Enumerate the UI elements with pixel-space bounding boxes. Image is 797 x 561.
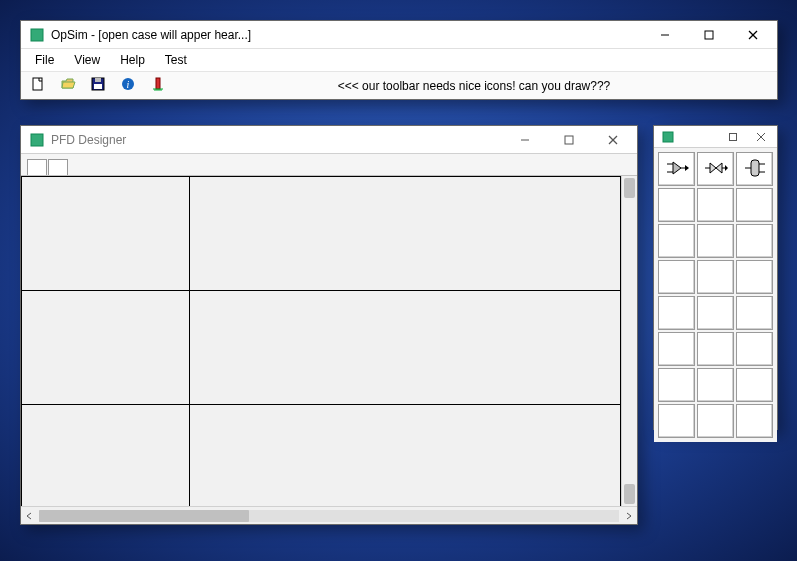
svg-marker-26 (685, 165, 689, 171)
pfd-body (21, 176, 637, 506)
palette-window (653, 125, 778, 430)
close-button[interactable] (731, 21, 775, 49)
svg-rect-14 (31, 134, 43, 146)
floppy-disk-icon (90, 76, 106, 95)
toolbar-message: <<< our toolbar needs nice icons! can yo… (177, 79, 771, 93)
grid-line (21, 176, 22, 506)
svg-rect-16 (565, 136, 573, 144)
menu-help[interactable]: Help (110, 51, 155, 69)
palette-empty[interactable] (736, 404, 773, 438)
palette-empty[interactable] (658, 332, 695, 366)
palette-empty[interactable] (697, 188, 734, 222)
palette-empty[interactable] (658, 404, 695, 438)
column-icon (743, 156, 767, 183)
vertical-scrollbar[interactable] (621, 176, 637, 506)
scroll-track[interactable] (39, 510, 619, 522)
palette-empty[interactable] (736, 296, 773, 330)
palette-empty[interactable] (658, 224, 695, 258)
main-window: OpSim - [open case will apper hear...] F… (20, 20, 778, 100)
maximize-button[interactable] (687, 21, 731, 49)
palette-empty[interactable] (658, 296, 695, 330)
horizontal-scrollbar[interactable] (21, 506, 637, 524)
mixer-icon (665, 156, 689, 183)
pfd-tab-1[interactable] (27, 159, 47, 175)
svg-rect-0 (31, 29, 43, 41)
svg-rect-20 (730, 133, 737, 140)
new-file-icon (30, 76, 46, 95)
open-file-button[interactable] (57, 75, 79, 97)
pfd-title: PFD Designer (51, 133, 503, 147)
valve-icon (704, 156, 728, 183)
main-titlebar[interactable]: OpSim - [open case will apper hear...] (21, 21, 777, 49)
svg-rect-8 (94, 84, 102, 89)
scroll-up-icon (624, 178, 635, 198)
grid-line (189, 176, 190, 506)
info-button[interactable]: i (117, 75, 139, 97)
palette-empty[interactable] (658, 260, 695, 294)
main-title: OpSim - [open case will apper hear...] (51, 28, 643, 42)
palette-empty[interactable] (736, 368, 773, 402)
menubar: File View Help Test (21, 49, 777, 71)
palette-valve[interactable] (697, 152, 734, 186)
app-icon (29, 27, 45, 43)
menu-view[interactable]: View (64, 51, 110, 69)
pfd-maximize-button[interactable] (547, 126, 591, 154)
palette-column[interactable] (736, 152, 773, 186)
info-icon: i (120, 76, 136, 95)
pfd-app-icon (29, 132, 45, 148)
palette-empty[interactable] (697, 368, 734, 402)
palette-window-controls (719, 127, 775, 147)
svg-rect-19 (663, 132, 673, 142)
scroll-down-icon (624, 484, 635, 504)
menu-test[interactable]: Test (155, 51, 197, 69)
pfd-minimize-button[interactable] (503, 126, 547, 154)
scroll-left-icon (21, 508, 37, 524)
svg-rect-2 (705, 31, 713, 39)
palette-empty[interactable] (736, 260, 773, 294)
palette-app-icon (660, 129, 676, 145)
distillation-column-icon (150, 76, 166, 95)
grid-line (21, 176, 621, 177)
minimize-button[interactable] (643, 21, 687, 49)
palette-empty[interactable] (697, 404, 734, 438)
pfd-window-controls (503, 126, 635, 154)
column-button[interactable] (147, 75, 169, 97)
palette-empty[interactable] (697, 296, 734, 330)
palette-titlebar[interactable] (654, 126, 777, 148)
palette-empty[interactable] (736, 224, 773, 258)
palette-close-button[interactable] (747, 127, 775, 147)
svg-rect-7 (95, 78, 101, 82)
palette-empty[interactable] (697, 260, 734, 294)
pfd-close-button[interactable] (591, 126, 635, 154)
palette-maximize-button[interactable] (719, 127, 747, 147)
palette-mixer[interactable] (658, 152, 695, 186)
svg-rect-31 (751, 160, 759, 176)
scroll-thumb[interactable] (39, 510, 249, 522)
pfd-tab-2[interactable] (48, 159, 68, 175)
pfd-canvas[interactable] (21, 176, 621, 506)
save-button[interactable] (87, 75, 109, 97)
pfd-designer-window: PFD Designer (20, 125, 638, 525)
menu-file[interactable]: File (25, 51, 64, 69)
svg-rect-5 (33, 78, 42, 90)
palette-empty[interactable] (736, 188, 773, 222)
open-folder-icon (60, 76, 76, 95)
palette-empty[interactable] (736, 332, 773, 366)
palette-grid (654, 148, 777, 442)
pfd-titlebar[interactable]: PFD Designer (21, 126, 637, 154)
palette-empty[interactable] (697, 332, 734, 366)
palette-empty[interactable] (697, 224, 734, 258)
new-file-button[interactable] (27, 75, 49, 97)
svg-rect-11 (156, 78, 160, 89)
grid-line (21, 404, 621, 405)
palette-empty[interactable] (658, 188, 695, 222)
palette-empty[interactable] (658, 368, 695, 402)
toolbar: i <<< our toolbar needs nice icons! can … (21, 71, 777, 99)
scroll-right-icon (621, 508, 637, 524)
svg-marker-29 (725, 165, 728, 171)
pfd-tab-bar (21, 154, 637, 176)
grid-line (21, 290, 621, 291)
svg-text:i: i (127, 79, 130, 90)
main-window-controls (643, 21, 775, 49)
